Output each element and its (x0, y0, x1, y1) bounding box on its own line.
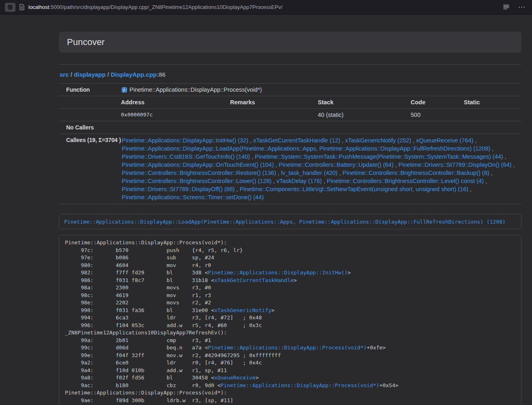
disassembly-text: 9a2: 6ce0 ldr r0, [r4, #76] ; 0x4c (65, 360, 262, 366)
callee-separator: , (484, 178, 487, 184)
disassembly-block: Pinetime::Applications::DisplayApp::Proc… (59, 235, 521, 405)
callee-separator: , (235, 186, 240, 192)
code-symbol-link[interactable]: xTaskGetCurrentTaskHandle (214, 277, 294, 283)
disassembly-text: +0x54> (379, 382, 398, 388)
code-symbol-link[interactable]: Pinetime::Applications::DisplayApp::Init… (208, 269, 347, 276)
tracking-protection-icon[interactable] (5, 3, 15, 12)
stats-value-static (461, 109, 521, 121)
function-row-label: Function (59, 84, 118, 96)
reader-lines-icon (503, 4, 509, 10)
breadcrumb-item[interactable]: DisplayApp.cpp (111, 71, 157, 78)
callee-link[interactable]: xQueueReceive (764) (416, 137, 473, 144)
spacer-cell (59, 96, 118, 108)
callee-highlight-panel: Pinetime::Applications::DisplayApp::Load… (59, 214, 521, 229)
disassembly-line: 990: f031 fa36 bl 31e00 <xTaskGenericNot… (65, 307, 515, 315)
callee-link[interactable]: Pinetime::Controllers::BrightnessControl… (327, 178, 484, 184)
callee-link[interactable]: Pinetime::System::SystemTask::PushMessag… (255, 153, 503, 160)
disassembly-text: 97e: b086 sub sp, #24 (65, 254, 214, 261)
no-callers-row: No Callers (59, 121, 521, 134)
disassembly-text: 98c: 4619 mov r1, r3 (65, 292, 211, 298)
disassembly-line: 994: 6ca3 ldr r3, [r4, #72] ; 0x48 (65, 314, 515, 322)
function-name-cell: Pinetime::Applications::DisplayApp::Proc… (118, 84, 521, 96)
page-info-icon[interactable] (19, 4, 24, 10)
callee-separator: , (248, 137, 253, 144)
stats-header-address: Address (118, 96, 227, 108)
function-icon (122, 87, 127, 93)
page-content: Puncover src / displayapp / DisplayApp.c… (59, 32, 521, 405)
app-title: Puncover (67, 37, 513, 48)
stats-header-code: Code (407, 96, 461, 108)
disassembly-text: > (348, 269, 351, 276)
disassembly-line: 980: 4604 mov r4, r0 (65, 262, 515, 269)
code-symbol-link[interactable]: xTaskGenericNotify (214, 307, 271, 313)
stats-value-remarks (227, 109, 314, 121)
callee-link[interactable]: Pinetime::Applications::DisplayApp::Init… (122, 137, 248, 144)
breadcrumb: src / displayapp / DisplayApp.cpp:86 (60, 71, 521, 78)
disassembly-text: _ZN8Pinetime12Applications10DisplayApp7R… (65, 330, 227, 336)
callee-link[interactable]: Pinetime::Components::LittleVgl::SetNewT… (240, 186, 468, 192)
disassembly-text: 9ae: f89d 300b ldrb.w r3, [sp, #11] (65, 397, 233, 403)
disassembly-text: 98e: 2202 movs r2, #2 (65, 299, 211, 306)
callee-link[interactable]: Pinetime::Controllers::BrightnessControl… (122, 178, 271, 184)
callee-link[interactable]: Pinetime::Applications::DisplayApp::Load… (122, 145, 490, 152)
callee-link[interactable]: xTaskGenericNotify (252) (345, 137, 411, 144)
disassembly-line: 97e: b086 sub sp, #24 (65, 254, 515, 262)
reader-view-icon[interactable] (503, 4, 509, 10)
disassembly-line: 9a2: 6ce0 ldr r0, [r4, #76] ; 0x4c (65, 359, 515, 367)
callees-row: Callees (19, Σ=3704 ) Pinetime::Applicat… (59, 134, 521, 204)
disassembly-line: Pinetime::Applications::DisplayApp::Proc… (65, 239, 515, 247)
disassembly-text: 996: f104 053c add.w r5, r4, #60 ; 0x3c (65, 322, 262, 328)
disassembly-line: Pinetime::Applications::DisplayApp::Proc… (65, 389, 515, 397)
disassembly-text: 9a8: f02f fd56 bl 30458 < (65, 375, 214, 381)
callee-separator: , (276, 170, 281, 176)
callee-link[interactable]: vTaskDelay (176) (276, 178, 322, 184)
callee-separator: , (489, 170, 493, 176)
callee-link[interactable]: Pinetime::Applications::DisplayApp::OnTo… (122, 162, 274, 168)
callee-separator: , (473, 137, 476, 144)
stats-value-address: 0x0000097c (118, 109, 227, 121)
callee-separator: , (503, 153, 506, 160)
url-bar[interactable]: localhost:5000/path/src/displayapp/Displ… (28, 4, 282, 10)
disassembly-text: > (271, 307, 275, 313)
code-symbol-link[interactable]: Pinetime::Applications::DisplayApp::Proc… (208, 345, 366, 351)
no-callers-empty-cell (118, 121, 521, 134)
callee-separator: , (490, 145, 493, 152)
url-host: localhost (28, 4, 49, 10)
callee-link[interactable]: Pinetime::Controllers::BrightnessControl… (342, 170, 489, 176)
callees-label: Callees (19, Σ=3704 ) (59, 134, 118, 204)
callee-separator: , (512, 162, 515, 168)
function-table: Function Pinetime::Applications::Display… (59, 83, 521, 204)
more-tools-icon[interactable]: ⋯ (518, 4, 526, 11)
breadcrumb-item[interactable]: displayapp (74, 71, 106, 78)
callee-link[interactable]: Pinetime::Applications::Screens::Timer::… (122, 194, 264, 200)
callee-link[interactable]: Pinetime::Controllers::Battery::Update()… (279, 162, 394, 168)
toolbar-actions: ⋯ (503, 4, 527, 11)
callee-link[interactable]: xTaskGetCurrentTaskHandle (12) (253, 137, 340, 144)
callee-link[interactable]: Pinetime::Drivers::St7789::DisplayOn() (… (398, 162, 512, 168)
callee-link[interactable]: Pinetime::Controllers::BrightnessControl… (122, 170, 276, 176)
code-symbol-link[interactable]: xQueueReceive (214, 375, 256, 381)
callee-separator: , (394, 162, 398, 168)
callees-list: Pinetime::Applications::DisplayApp::Init… (118, 134, 521, 204)
disassembly-line: 99a: 2b01 cmp r3, #1 (65, 337, 515, 345)
disassembly-text: 97c: b570 push {r4, r5, r6, lr} (65, 247, 243, 253)
breadcrumb-line-number: :86 (157, 71, 166, 78)
highlighted-callee-link[interactable]: Pinetime::Applications::DisplayApp::Load… (64, 219, 506, 225)
disassembly-line: 99e: f04f 32ff mov.w r2, #4294967295 ; 0… (65, 352, 515, 360)
callee-link[interactable]: Pinetime::Drivers::St7789::DisplayOff() … (122, 186, 235, 192)
callee-link[interactable]: Pinetime::Drivers::Cst816S::GetTouchInfo… (122, 153, 250, 160)
stats-values-row: 0x0000097c 40 (static) 500 (59, 109, 521, 121)
disassembly-text: 99c: d06d beq.n a7a < (65, 345, 208, 351)
disassembly-line: 98e: 2202 movs r2, #2 (65, 299, 515, 307)
disassembly-line: 9ac: b180 cbz r0, 9d0 <Pinetime::Applica… (65, 382, 515, 390)
stats-header-remarks: Remarks (227, 96, 314, 108)
disassembly-text: 98a: 2300 movs r3, #0 (65, 284, 211, 291)
breadcrumb-item[interactable]: src (60, 71, 69, 78)
callee-link[interactable]: lv_task_handler (420) (281, 170, 337, 176)
disassembly-line: 97c: b570 push {r4, r5, r6, lr} (65, 247, 515, 254)
breadcrumb-separator: / (106, 71, 111, 78)
disassembly-text: Pinetime::Applications::DisplayApp::Proc… (65, 390, 227, 396)
browser-toolbar: localhost:5000/path/src/displayapp/Displ… (0, 0, 532, 15)
disassembly-line: 986: f031 f8c7 bl 31b18 <xTaskGetCurrent… (65, 277, 515, 284)
code-symbol-link[interactable]: Pinetime::Applications::DisplayApp::Proc… (221, 382, 379, 388)
